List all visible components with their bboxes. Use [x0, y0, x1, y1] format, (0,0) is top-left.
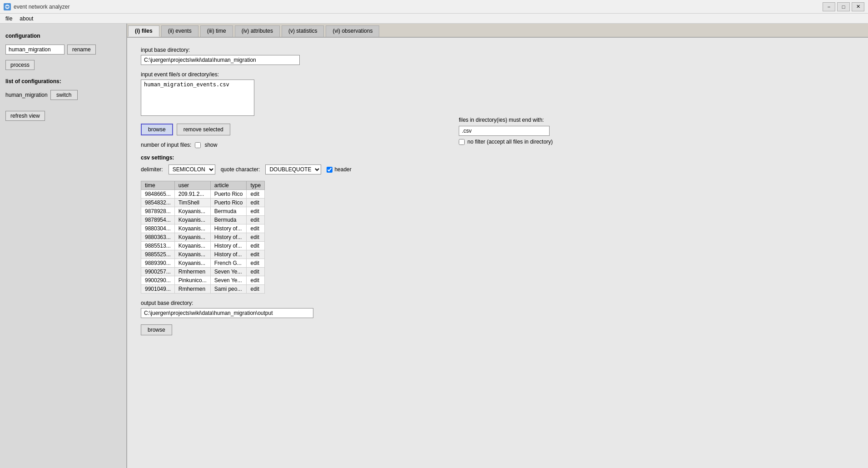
- table-cell: Koyaanis...: [174, 250, 210, 259]
- table-cell: edit: [247, 207, 265, 216]
- list-item: human_migration switch: [5, 90, 121, 100]
- table-cell: 9878928...: [141, 207, 175, 216]
- table-cell: Koyaanis...: [174, 233, 210, 242]
- table-cell: Koyaanis...: [174, 259, 210, 268]
- table-cell: edit: [247, 250, 265, 259]
- table-cell: History of...: [210, 250, 247, 259]
- output-base-dir-group: output base directory:: [141, 300, 441, 318]
- input-base-dir-label: input base directory:: [141, 47, 854, 53]
- table-row: 9889390...Koyaanis...French G...edit: [141, 259, 265, 268]
- table-cell: edit: [247, 242, 265, 250]
- table-cell: Puerto Rico: [210, 190, 247, 199]
- filter-checkbox-row: no filter (accept all files in directory…: [459, 139, 586, 145]
- table-cell: edit: [247, 224, 265, 233]
- tab-files[interactable]: (i) files: [128, 25, 159, 37]
- config-name-input[interactable]: [5, 45, 64, 55]
- quote-label: quote character:: [221, 166, 260, 173]
- table-row: 9885525...Koyaanis...History of...edit: [141, 250, 265, 259]
- table-row: 9880363...Koyaanis...History of...edit: [141, 233, 265, 242]
- table-row: 9878954...Koyaanis...Bermudaedit: [141, 216, 265, 224]
- output-browse-button[interactable]: browse: [141, 324, 172, 335]
- tabs-bar: (i) files (ii) events (iii) time (iv) at…: [127, 24, 868, 38]
- col-article: article: [210, 181, 247, 190]
- menu-file[interactable]: file: [2, 15, 16, 23]
- input-base-dir-group: input base directory:: [141, 47, 854, 65]
- main-area: (i) files (ii) events (iii) time (iv) at…: [127, 24, 868, 468]
- table-cell: edit: [247, 233, 265, 242]
- switch-button[interactable]: switch: [50, 90, 78, 100]
- tab-observations[interactable]: (vi) observations: [326, 25, 379, 37]
- table-cell: 9848665...: [141, 190, 175, 199]
- table-cell: Rmhermen: [174, 268, 210, 276]
- tab-attributes[interactable]: (iv) attributes: [235, 25, 280, 37]
- show-label: show: [204, 142, 217, 148]
- maximize-button[interactable]: □: [837, 2, 850, 11]
- table-cell: Bermuda: [210, 207, 247, 216]
- table-row: 9878928...Koyaanis...Bermudaedit: [141, 207, 265, 216]
- table-row: 9854832...TimShellPuerto Ricoedit: [141, 199, 265, 207]
- table-cell: Bermuda: [210, 216, 247, 224]
- table-cell: History of...: [210, 233, 247, 242]
- title-bar: event network analyzer − □ ✕: [0, 0, 868, 14]
- minimize-button[interactable]: −: [823, 2, 835, 11]
- input-base-dir-input[interactable]: [141, 55, 300, 65]
- close-button[interactable]: ✕: [852, 2, 864, 11]
- table-cell: edit: [247, 216, 265, 224]
- input-event-textarea[interactable]: human_migration_events.csv: [141, 80, 254, 116]
- header-checkbox[interactable]: [327, 167, 332, 173]
- table-row: 9900257...RmhermenSeven Ye...edit: [141, 268, 265, 276]
- table-row: 9848665...209.91.2...Puerto Ricoedit: [141, 190, 265, 199]
- files-filter-input[interactable]: [459, 126, 550, 136]
- quote-select[interactable]: DOUBLEQUOTE SINGLEQUOTE NONE: [265, 164, 321, 174]
- table-cell: edit: [247, 259, 265, 268]
- table-cell: TimShell: [174, 199, 210, 207]
- app-icon: [4, 3, 11, 10]
- browse-button[interactable]: browse: [141, 124, 173, 135]
- show-checkbox[interactable]: [195, 142, 201, 148]
- table-cell: Sami peo...: [210, 285, 247, 294]
- refresh-view-button[interactable]: refresh view: [5, 111, 45, 121]
- table-cell: Koyaanis...: [174, 224, 210, 233]
- output-base-dir-label: output base directory:: [141, 300, 441, 306]
- col-user: user: [174, 181, 210, 190]
- no-filter-checkbox[interactable]: [459, 139, 465, 145]
- tab-time[interactable]: (iii) time: [200, 25, 233, 37]
- tab-statistics[interactable]: (v) statistics: [282, 25, 324, 37]
- table-cell: French G...: [210, 259, 247, 268]
- table-cell: Puerto Rico: [210, 199, 247, 207]
- table-cell: 9901049...: [141, 285, 175, 294]
- table-cell: History of...: [210, 242, 247, 250]
- table-cell: Seven Ye...: [210, 268, 247, 276]
- table-cell: 9900257...: [141, 268, 175, 276]
- num-files-label: number of input files:: [141, 142, 191, 148]
- process-button[interactable]: process: [5, 60, 35, 70]
- header-checkbox-label[interactable]: header: [327, 166, 351, 173]
- col-type: type: [247, 181, 265, 190]
- files-right: files in directory(ies) must end with: n…: [459, 117, 586, 145]
- tab-events[interactable]: (ii) events: [161, 25, 198, 37]
- preview-table: time user article type 9848665...209.91.…: [141, 181, 265, 294]
- window-controls: − □ ✕: [823, 2, 864, 11]
- table-cell: 9854832...: [141, 199, 175, 207]
- menu-bar: file about: [0, 14, 868, 24]
- no-filter-label: no filter (accept all files in directory…: [467, 139, 553, 145]
- rename-button[interactable]: rename: [67, 45, 96, 55]
- delimiter-label: delimiter:: [141, 166, 163, 173]
- menu-about[interactable]: about: [16, 15, 37, 23]
- input-event-group: input event file/s or directory/ies: hum…: [141, 71, 441, 117]
- table-cell: Pinkunico...: [174, 276, 210, 285]
- content-area: input base directory: input event file/s…: [127, 38, 868, 468]
- output-base-dir-input[interactable]: [141, 308, 313, 318]
- table-cell: edit: [247, 276, 265, 285]
- two-col-row: input event file/s or directory/ies: hum…: [141, 71, 854, 335]
- delimiter-select[interactable]: SEMICOLON COMMA TAB PIPE: [169, 164, 215, 174]
- remove-selected-button[interactable]: remove selected: [177, 124, 230, 135]
- list-item-name: human_migration: [5, 92, 48, 98]
- table-cell: Rmhermen: [174, 285, 210, 294]
- table-row: 9900290...Pinkunico...Seven Ye...edit: [141, 276, 265, 285]
- input-event-label: input event file/s or directory/ies:: [141, 71, 441, 78]
- table-cell: 9889390...: [141, 259, 175, 268]
- table-row: 9885513...Koyaanis...History of...edit: [141, 242, 265, 250]
- table-cell: Koyaanis...: [174, 216, 210, 224]
- table-cell: edit: [247, 285, 265, 294]
